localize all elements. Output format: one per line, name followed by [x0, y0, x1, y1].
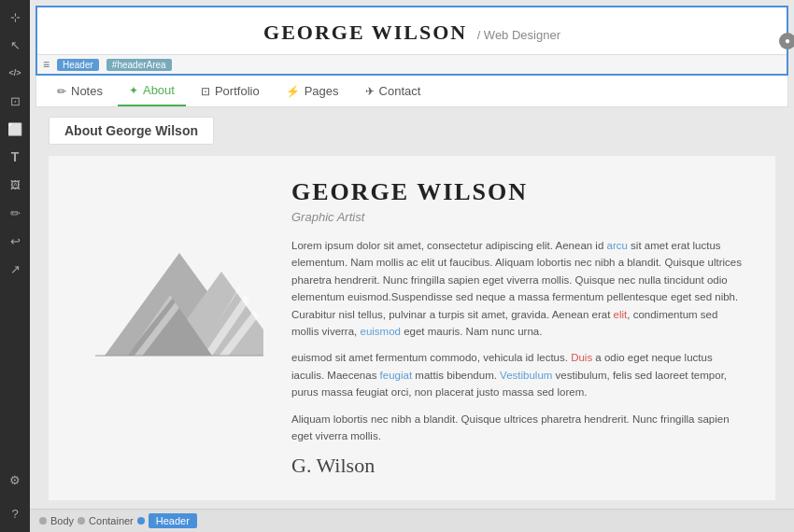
contact-icon: ✈ [365, 85, 375, 98]
image-icon[interactable]: 🖼 [2, 172, 28, 198]
header-tag: Header [57, 59, 99, 71]
portfolio-icon: ⊡ [201, 85, 210, 98]
resize-handle[interactable]: ● [779, 33, 794, 49]
about-icon: ✦ [129, 84, 138, 97]
header-section: GEORGE WILSON / Web Designer ≡ Header #h… [35, 6, 788, 76]
about-section-label: About George Wilson [49, 117, 214, 145]
box-icon[interactable]: ⬜ [2, 116, 28, 142]
nav-portfolio[interactable]: ⊡ Portfolio [190, 77, 271, 105]
breadcrumb-header[interactable]: Header [149, 513, 197, 528]
body-dot [39, 517, 47, 525]
about-text-area: GEORGE WILSON Graphic Artist Lorem ipsum… [291, 178, 747, 478]
nav-contact[interactable]: ✈ Contact [354, 77, 432, 105]
person-name: GEORGE WILSON [291, 178, 747, 206]
help-icon[interactable]: ? [2, 500, 28, 526]
nav-about[interactable]: ✦ About [118, 76, 186, 106]
signature: G. Wilson [291, 454, 747, 478]
breadcrumb-container[interactable]: Container [89, 515, 134, 526]
header-dot [137, 517, 145, 525]
cursor-icon[interactable]: ↖ [2, 32, 28, 58]
site-role: / Web Designer [477, 28, 560, 42]
hamburger-icon[interactable]: ≡ [43, 58, 50, 71]
site-name: GEORGE WILSON [263, 21, 467, 44]
page-content: About George Wilson [35, 107, 788, 509]
breadcrumb-body[interactable]: Body [50, 515, 74, 526]
container-dot [78, 517, 85, 525]
about-para-2: euismod sit amet fermentum commodo, vehi… [291, 349, 747, 400]
status-bar: Body Container Header [30, 509, 794, 532]
nav-notes[interactable]: ✏ Notes [46, 77, 114, 105]
main-area: GEORGE WILSON / Web Designer ≡ Header #h… [30, 0, 794, 532]
notes-icon: ✏ [57, 85, 66, 98]
nav-bar: ✏ Notes ✦ About ⊡ Portfolio ⚡ Pages ✈ Co… [35, 76, 788, 107]
text-icon[interactable]: T [2, 144, 28, 170]
header-area-tag: #headerArea [106, 59, 172, 71]
code-icon[interactable]: </> [2, 60, 28, 86]
undo-icon[interactable]: ↩ [2, 228, 28, 254]
mountain-svg [77, 197, 263, 365]
nav-pages[interactable]: ⚡ Pages [275, 77, 350, 105]
mountain-illustration [77, 178, 263, 365]
settings-icon[interactable]: ⚙ [2, 467, 28, 493]
left-sidebar: ⊹ ↖ </> ⊡ ⬜ T 🖼 ✏ ↩ ↗ ⚙ ? [0, 0, 30, 532]
site-header: GEORGE WILSON / Web Designer [37, 7, 787, 54]
page-icon[interactable]: ⊡ [2, 88, 28, 114]
person-title: Graphic Artist [291, 210, 747, 224]
header-toolbar: ≡ Header #headerArea [37, 54, 787, 74]
about-para-1: Lorem ipsum dolor sit amet, consectetur … [291, 237, 747, 340]
share-icon[interactable]: ↗ [2, 256, 28, 282]
about-card: GEORGE WILSON Graphic Artist Lorem ipsum… [49, 156, 775, 500]
about-para-3: Aliquam lobortis nec nibh a blandit. Qui… [291, 411, 747, 445]
draw-icon[interactable]: ✏ [2, 200, 28, 226]
pointer-icon[interactable]: ⊹ [2, 4, 28, 30]
pages-icon: ⚡ [286, 85, 300, 98]
